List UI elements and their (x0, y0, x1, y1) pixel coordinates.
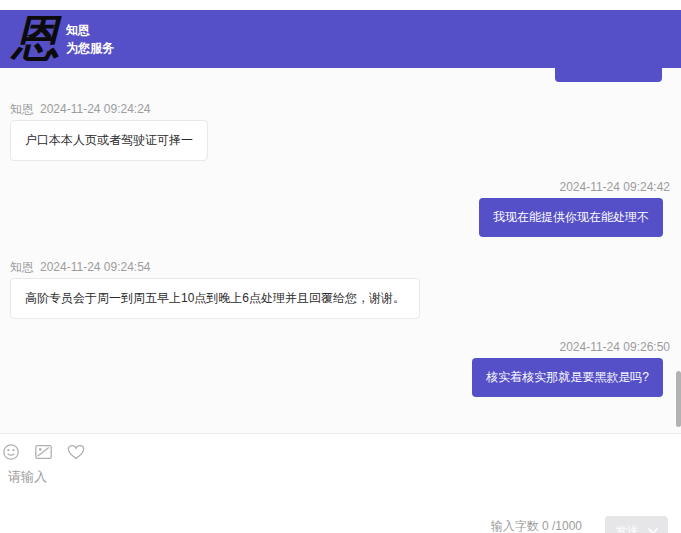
smiley-icon (2, 443, 20, 465)
message-timestamp: 2024-11-24 09:24:54 (40, 260, 151, 274)
message-meta: 知恩2024-11-24 09:24:24 (10, 102, 151, 116)
message-input[interactable]: 请输入 (8, 468, 508, 488)
message-timestamp: 2024-11-24 09:24:24 (40, 102, 151, 116)
scrollbar-thumb[interactable] (676, 371, 681, 427)
emoji-button[interactable] (1, 444, 21, 464)
message-timestamp: 2024-11-24 09:24:42 (559, 180, 670, 194)
agent-tagline: 为您服务 (66, 40, 114, 56)
image-icon (34, 443, 53, 465)
message-meta: 2024-11-24 09:24:42 (559, 180, 670, 194)
composer-divider (0, 433, 681, 434)
message-meta: 2024-11-24 09:26:50 (559, 340, 670, 354)
message-bubble: 核实着核实那就是要黑款是吗? (472, 358, 663, 397)
message-bubble-partial (555, 68, 662, 82)
message-timestamp: 2024-11-24 09:26:50 (559, 340, 670, 354)
chevron-down-icon[interactable] (647, 527, 659, 533)
message-bubble: 户口本本人页或者驾驶证可择一 (10, 120, 208, 161)
agent-name: 知恩 (66, 22, 90, 38)
send-button[interactable]: 发送 (605, 516, 668, 533)
message-meta: 知恩2024-11-24 09:24:54 (10, 260, 151, 274)
char-count: 输入字数 0 /1000 (491, 519, 582, 533)
brand-logo: 恩 (10, 9, 62, 67)
favorite-button[interactable] (66, 444, 86, 464)
message-bubble: 高阶专员会于周一到周五早上10点到晚上6点处理并且回覆给您，谢谢。 (10, 278, 420, 319)
image-upload-button[interactable] (33, 444, 53, 464)
chat-header: 恩 知恩 为您服务 (0, 10, 681, 68)
message-sender: 知恩 (10, 102, 34, 116)
send-button-label: 发送 (615, 523, 639, 533)
message-bubble: 我现在能提供你现在能处理不 (479, 198, 663, 237)
chat-window: 恩 知恩 为您服务 知恩2024-11-24 09:24:24 户口本本人页或者… (0, 0, 681, 533)
message-sender: 知恩 (10, 260, 34, 274)
heart-icon (66, 443, 86, 465)
